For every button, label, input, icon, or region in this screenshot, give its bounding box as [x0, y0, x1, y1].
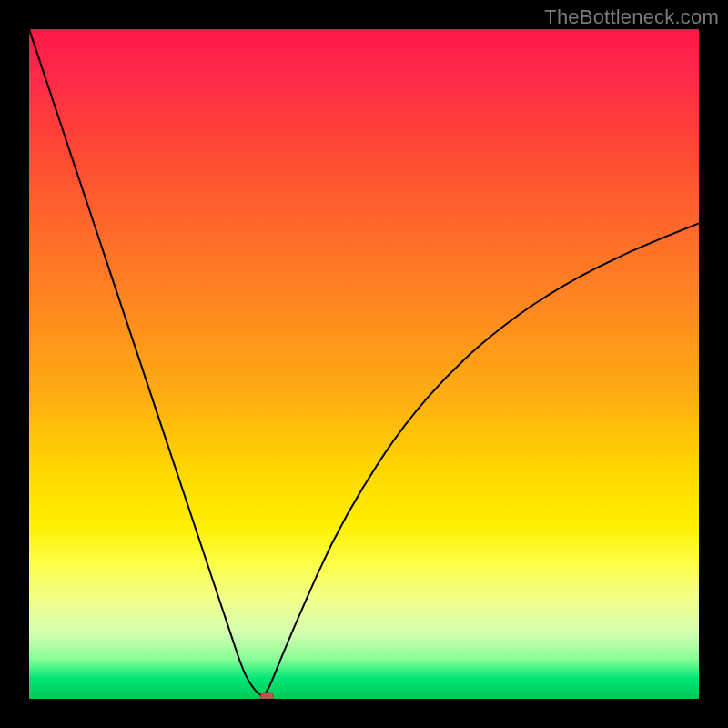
watermark-text: TheBottleneck.com — [544, 5, 719, 29]
bottleneck-curve — [29, 29, 699, 699]
curve-right-branch — [264, 223, 699, 696]
curve-left-branch — [29, 29, 264, 697]
chart-frame: TheBottleneck.com — [0, 0, 728, 728]
chart-plot-area — [29, 29, 699, 699]
min-point-marker — [260, 693, 273, 699]
